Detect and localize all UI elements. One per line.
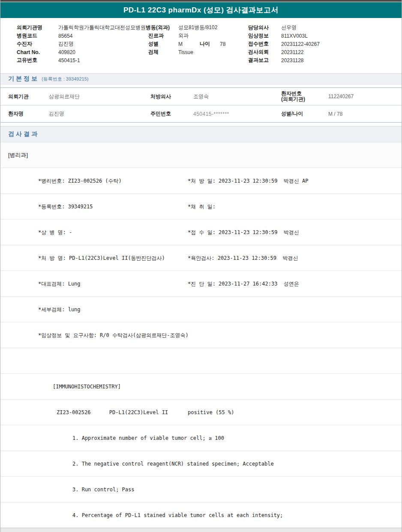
value-patient-number: 112240267 [328, 93, 402, 99]
report-title-bar: PD-L1 22C3 pharmDx (성모) 검사결과보고서 [0, 2, 402, 18]
value-resident-number: 450415-******* [193, 111, 281, 117]
result-item-3: 3. Run control; Pass [72, 487, 135, 493]
diagnosis-name: *상 병 명: - [38, 228, 72, 236]
report-row: *상 병 명: - *접 수 일: 2023-11-23 12:30:59 박경… [0, 219, 402, 245]
value-hospital-code: 85654 [58, 33, 148, 39]
value-requesting-org: 가톨릭학원가톨릭대학교대전성모병원병동(외과) [58, 24, 178, 31]
basic-info-title: 기본정보 [8, 75, 39, 83]
value-ward: 성모81병동/8102 [178, 24, 248, 31]
value-specimen: Tissue [178, 49, 248, 55]
report-row: [IMMUNOHISTOCHEMISTRY] [0, 374, 402, 400]
basic-info-table: 의뢰기관 삼광의료재단 처방의사 조영숙 환자번호(의뢰기관) 11224026… [0, 87, 402, 123]
label-patient-number: 환자번호(의뢰기관) [281, 91, 328, 102]
value-patient: 김진명 [58, 40, 148, 48]
label-specimen: 검체 [148, 48, 178, 56]
department-label: [병리과] [8, 151, 28, 159]
page-title: PD-L1 22C3 pharmDx (성모) 검사결과보고서 [123, 5, 279, 15]
value-attending-doctor: 선우영 [281, 24, 402, 31]
report-row-blank [0, 348, 402, 374]
patient-header-row: 수진자 김진명 성별 M 나이 78 접수번호 20231122-40267 [17, 40, 402, 48]
basic-info-section-header: 기본정보 (등록번호 : 39349215) [0, 73, 402, 84]
label-hospital-code: 병원코드 [17, 32, 58, 39]
value-sex-age: M / 78 [328, 111, 402, 117]
gross-exam-date: *육안검사: 2023-11-23 12:30:59 박경신 [188, 254, 298, 261]
value-patient-name: 김진명 [49, 110, 150, 117]
label-receipt-number: 접수번호 [248, 40, 281, 48]
label-resident-number: 주민번호 [150, 110, 193, 117]
collection-date: *채 취 일: [188, 203, 216, 210]
patient-header-block: 의뢰기관명 가톨릭학원가톨릭대학교대전성모병원병동(외과) 성모81병동/810… [0, 18, 402, 64]
value-age: 78 [220, 41, 248, 47]
label-sex-age: 성별/나이 [281, 111, 328, 117]
report-row: *임상정보 및 요구사항: R/0 수탁검사(삼광의료재단-조영숙) [0, 322, 402, 348]
patient-header-row: 고유번호 450415-1 결과보고 20231128 [17, 56, 402, 64]
result-item-4: 4. Percentage of PD-L1 stained viable tu… [72, 512, 283, 518]
result-item-1: 1. Approximate number of viable tumor ce… [72, 435, 224, 441]
detailed-specimen: *세부검체: lung [38, 306, 81, 313]
report-row: *처 방 명: PD-L1(22C3)Level II(동반진단검사) *육안검… [0, 245, 402, 271]
diagnosis-date: *진 단 일: 2023-11-27 16:42:33 성연은 [188, 280, 299, 287]
basic-info-registration-number: (등록번호 : 39349215) [42, 76, 88, 82]
label-test-requested-date: 검사의뢰 [248, 48, 281, 56]
label-clinical-info: 임상정보 [248, 32, 281, 39]
immunohistochemistry-heading: [IMMUNOHISTOCHEMISTRY] [53, 384, 121, 390]
test-result-section-header: 검사결과 [0, 126, 402, 142]
report-row: *병리번호: ZI23-002526 (수탁) *처 방 일: 2023-11-… [0, 168, 402, 194]
value-result-reported-date: 20231128 [281, 57, 402, 63]
label-sex: 성별 [148, 40, 178, 48]
order-name: *처 방 명: PD-L1(22C3)Level II(동반진단검사) [38, 254, 165, 261]
table-row: 의뢰기관 삼광의료재단 처방의사 조영숙 환자번호(의뢰기관) 11224026… [0, 88, 402, 105]
table-row: 환자명 김진명 주민번호 450415-******* 성별/나이 M / 78 [0, 105, 402, 122]
label-referring-org: 의뢰기관 [0, 93, 49, 100]
receipt-date: *접 수 일: 2023-11-23 12:30:59 박경신 [188, 228, 299, 236]
label-unique-number: 고유번호 [17, 57, 58, 64]
order-date: *처 방 일: 2023-11-23 12:30:59 박경신 AP [188, 177, 309, 184]
report-row: 1. Approximate number of viable tumor ce… [0, 425, 402, 451]
label-attending-doctor: 담당의사 [248, 24, 281, 31]
value-test-requested-date: 20231122 [281, 49, 402, 55]
test-code-and-name: ZI23-002526 PD-L1(22C3)Level II [57, 409, 168, 415]
value-chart-no: 409820 [58, 49, 148, 55]
report-row: 3. Run control; Pass [0, 477, 402, 502]
value-prescribing-doctor: 조영숙 [193, 93, 281, 100]
label-age: 나이 [200, 40, 220, 48]
representative-specimen: *대표검체: Lung [38, 280, 81, 287]
label-chart-no: Chart No. [17, 49, 58, 55]
report-page: PD-L1 22C3 pharmDx (성모) 검사결과보고서 의뢰기관명 가톨… [0, 0, 402, 532]
test-result-value: positive (55 %) [188, 409, 234, 415]
clinical-info-request: *임상정보 및 요구사항: R/0 수탁검사(삼광의료재단-조영숙) [38, 331, 189, 339]
report-row-department: [병리과] [0, 142, 402, 168]
value-unique-number: 450415-1 [58, 57, 148, 63]
label-patient: 수진자 [17, 40, 58, 48]
window-top-edge [0, 0, 402, 2]
label-department: 진료과 [148, 32, 178, 39]
value-referring-org: 삼광의료재단 [49, 93, 150, 100]
pathology-number: *병리번호: ZI23-002526 (수탁) [38, 177, 122, 184]
test-result-title: 검사결과 [8, 130, 39, 138]
label-result-reported-date: 결과보고 [248, 57, 281, 64]
pathology-report: [병리과] *병리번호: ZI23-002526 (수탁) *처 방 일: 20… [0, 142, 402, 528]
label-prescribing-doctor: 처방의사 [150, 93, 193, 100]
result-item-2: 2. The negative control reagent(NCR) sta… [72, 461, 274, 467]
label-requesting-org: 의뢰기관명 [17, 24, 58, 31]
value-clinical-info: 811XV003L [281, 33, 402, 39]
report-row: *대표검체: Lung *진 단 일: 2023-11-27 16:42:33 … [0, 271, 402, 297]
registration-number: *등록번호: 39349215 [38, 203, 93, 210]
report-row: 2. The negative control reagent(NCR) sta… [0, 451, 402, 477]
value-sex: M [178, 41, 200, 47]
report-row: ZI23-002526 PD-L1(22C3)Level II positive… [0, 400, 402, 425]
report-row: *세부검체: lung [0, 297, 402, 322]
patient-header-row: 의뢰기관명 가톨릭학원가톨릭대학교대전성모병원병동(외과) 성모81병동/810… [17, 24, 402, 32]
report-row: 4. Percentage of PD-L1 stained viable tu… [0, 502, 402, 528]
value-department: 외과 [178, 32, 248, 39]
patient-header-row: Chart No. 409820 검체 Tissue 검사의뢰 20231122 [17, 48, 402, 56]
label-patient-name: 환자명 [0, 110, 49, 117]
value-receipt-number: 20231122-40267 [281, 41, 402, 47]
report-row: *등록번호: 39349215 *채 취 일: [0, 194, 402, 219]
page-footer-strip [0, 528, 402, 532]
patient-header-row: 병원코드 85654 진료과 외과 임상정보 811XV003L [17, 32, 402, 40]
